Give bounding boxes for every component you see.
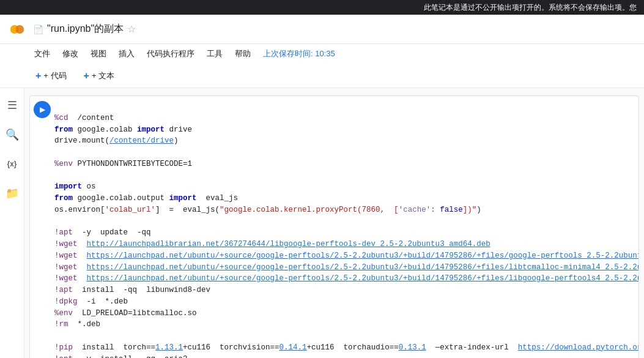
menu-insert[interactable]: 插入 bbox=[114, 46, 139, 62]
main-layout: ☰ 🔍 {x} 📁 ▶ %cd /content from google.col… bbox=[0, 88, 644, 358]
menu-bar: 文件 修改 视图 插入 代码执行程序 工具 帮助 上次保存时间: 10:35 bbox=[0, 44, 644, 64]
sidebar-icon-files[interactable]: 📁 bbox=[2, 184, 22, 203]
menu-tools[interactable]: 工具 bbox=[202, 46, 228, 62]
svg-point-1 bbox=[15, 25, 24, 34]
sidebar: ☰ 🔍 {x} 📁 bbox=[0, 88, 24, 358]
add-code-label: + 代码 bbox=[43, 70, 66, 81]
code-cell: ▶ %cd /content from google.colab import … bbox=[29, 95, 639, 358]
add-code-button[interactable]: + + 代码 bbox=[29, 67, 73, 85]
drive-icon: 📄 bbox=[33, 24, 43, 34]
toolbar: + + 代码 + + 文本 bbox=[0, 64, 644, 88]
header: 📄 "run.ipynb"的副本 ☆ bbox=[0, 15, 644, 44]
cell-run-area: ▶ bbox=[30, 96, 54, 358]
add-text-button[interactable]: + + 文本 bbox=[78, 67, 121, 85]
menu-edit[interactable]: 修改 bbox=[57, 46, 83, 62]
menu-view[interactable]: 视图 bbox=[86, 46, 111, 62]
last-saved: 上次保存时间: 10:35 bbox=[263, 48, 335, 59]
sidebar-icon-menu[interactable]: ☰ bbox=[2, 95, 22, 115]
colab-logo bbox=[7, 20, 27, 39]
plus-icon: + bbox=[35, 70, 41, 81]
cell-code[interactable]: %cd /content from google.colab import dr… bbox=[54, 96, 638, 358]
document-title[interactable]: "run.ipynb"的副本 bbox=[47, 23, 124, 35]
menu-help[interactable]: 帮助 bbox=[230, 46, 256, 62]
sidebar-icon-variables[interactable]: {x} bbox=[2, 154, 22, 174]
notification-bar: 此笔记本是通过不公开输出项打开的。系统将不会保存输出项。您 bbox=[0, 0, 644, 15]
run-button[interactable]: ▶ bbox=[34, 101, 51, 118]
menu-runtime[interactable]: 代码执行程序 bbox=[142, 46, 199, 62]
notification-text: 此笔记本是通过不公开输出项打开的。系统将不会保存输出项。您 bbox=[424, 2, 637, 13]
add-text-label: + 文本 bbox=[92, 70, 114, 81]
plus-icon-2: + bbox=[84, 70, 89, 81]
menu-file[interactable]: 文件 bbox=[29, 46, 55, 62]
code-area: ▶ %cd /content from google.colab import … bbox=[24, 88, 644, 358]
run-icon: ▶ bbox=[40, 105, 45, 114]
star-icon[interactable]: ☆ bbox=[127, 23, 136, 35]
doc-title: 📄 "run.ipynb"的副本 ☆ bbox=[33, 23, 136, 35]
sidebar-icon-search[interactable]: 🔍 bbox=[2, 125, 22, 144]
